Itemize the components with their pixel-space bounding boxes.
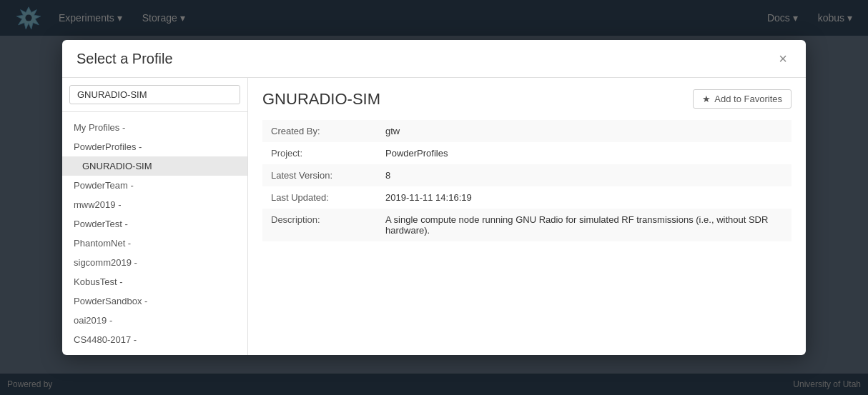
section-powder-test[interactable]: PowderTest - bbox=[62, 214, 247, 234]
sidebar-list: My Profiles - PowderProfiles - GNURADIO-… bbox=[62, 112, 247, 355]
section-mww2019[interactable]: mww2019 - bbox=[62, 195, 247, 214]
table-row: Last Updated: 2019-11-11 14:16:19 bbox=[262, 186, 791, 209]
modal-main-content: GNURADIO-SIM ★ Add to Favorites Created … bbox=[248, 78, 806, 355]
profile-title: GNURADIO-SIM bbox=[262, 90, 380, 109]
section-my-profiles[interactable]: My Profiles - bbox=[62, 118, 247, 137]
modal-header: Select a Profile × bbox=[62, 40, 806, 78]
field-value-last-updated: 2019-11-11 14:16:19 bbox=[377, 186, 791, 209]
search-container bbox=[62, 78, 247, 112]
field-value-description: A single compute node running GNU Radio … bbox=[377, 209, 791, 241]
section-cs4480-2017[interactable]: CS4480-2017 - bbox=[62, 330, 247, 349]
add-to-favorites-label: Add to Favorites bbox=[714, 94, 782, 104]
modal-sidebar: My Profiles - PowderProfiles - GNURADIO-… bbox=[62, 78, 248, 355]
profile-details-table: Created By: gtw Project: PowderProfiles … bbox=[262, 120, 791, 241]
table-row: Description: A single compute node runni… bbox=[262, 209, 791, 241]
table-row: Created By: gtw bbox=[262, 120, 791, 142]
section-sigcomm2019[interactable]: sigcomm2019 - bbox=[62, 253, 247, 272]
add-to-favorites-button[interactable]: ★ Add to Favorites bbox=[693, 89, 791, 109]
section-kobus-test[interactable]: KobusTest - bbox=[62, 272, 247, 291]
profile-title-row: GNURADIO-SIM ★ Add to Favorites bbox=[262, 89, 791, 109]
sidebar-item-gnuradio-sim[interactable]: GNURADIO-SIM bbox=[62, 156, 247, 176]
field-label-description: Description: bbox=[262, 209, 377, 241]
modal-overlay: Select a Profile × My Profiles - PowderP… bbox=[0, 0, 868, 395]
modal-body: My Profiles - PowderProfiles - GNURADIO-… bbox=[62, 78, 806, 355]
field-label-last-updated: Last Updated: bbox=[262, 186, 377, 209]
field-label-created-by: Created By: bbox=[262, 120, 377, 142]
field-value-latest-version: 8 bbox=[377, 164, 791, 186]
field-label-latest-version: Latest Version: bbox=[262, 164, 377, 186]
section-oai2019[interactable]: oai2019 - bbox=[62, 311, 247, 330]
modal-close-button[interactable]: × bbox=[774, 50, 791, 67]
section-powder-sandbox[interactable]: PowderSandbox - bbox=[62, 291, 247, 311]
star-icon: ★ bbox=[702, 94, 711, 104]
field-value-created-by: gtw bbox=[377, 120, 791, 142]
select-profile-modal: Select a Profile × My Profiles - PowderP… bbox=[62, 40, 806, 355]
section-powder-team[interactable]: PowderTeam - bbox=[62, 176, 247, 195]
search-input[interactable] bbox=[69, 85, 240, 104]
table-row: Project: PowderProfiles bbox=[262, 142, 791, 164]
field-value-project: PowderProfiles bbox=[377, 142, 791, 164]
field-label-project: Project: bbox=[262, 142, 377, 164]
section-phantom-net[interactable]: PhantomNet - bbox=[62, 234, 247, 253]
table-row: Latest Version: 8 bbox=[262, 164, 791, 186]
section-powder-profiles[interactable]: PowderProfiles - bbox=[62, 137, 247, 156]
modal-title: Select a Profile bbox=[77, 51, 173, 67]
